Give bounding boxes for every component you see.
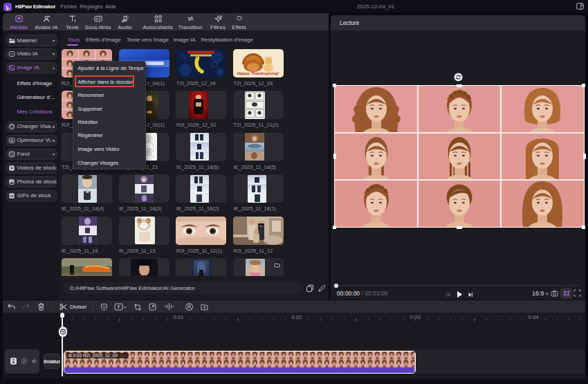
svg-text:Happy Thanksgiving!: Happy Thanksgiving!: [237, 71, 279, 75]
svg-text:GIF: GIF: [10, 195, 14, 198]
